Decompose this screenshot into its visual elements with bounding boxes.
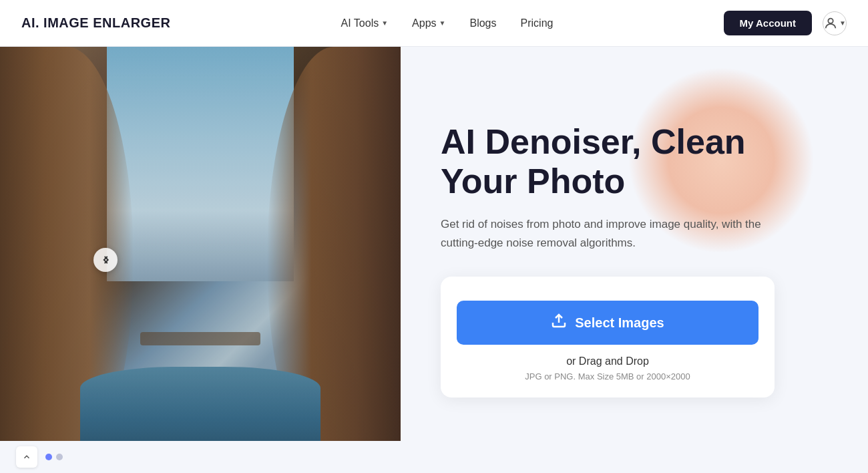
bottom-bar — [0, 441, 868, 473]
bridge-area — [140, 332, 260, 345]
upload-box: Select Images or Drag and Drop JPG or PN… — [441, 277, 775, 398]
dot-2 — [56, 454, 63, 460]
chevron-down-icon: ▼ — [439, 19, 446, 27]
file-info-label: JPG or PNG. Max Size 5MB or 2000×2000 — [457, 371, 758, 381]
nav-item-blogs[interactable]: Blogs — [469, 17, 496, 29]
nav-item-pricing[interactable]: Pricing — [521, 17, 554, 29]
upload-icon — [551, 313, 567, 333]
chevron-down-icon: ▼ — [381, 19, 388, 27]
nav-item-ai-tools[interactable]: AI Tools ▼ — [341, 17, 389, 29]
hero-image-side — [0, 47, 401, 473]
dot-1 — [45, 454, 52, 460]
logo: AI. IMAGE ENLARGER — [21, 15, 170, 31]
header: AI. IMAGE ENLARGER AI Tools ▼ Apps ▼ Blo… — [0, 0, 868, 47]
nav-item-apps[interactable]: Apps ▼ — [412, 17, 445, 29]
hero-title: AI Denoiser, Clean Your Photo — [441, 122, 828, 202]
hero-description: Get rid of noises from photo and improve… — [441, 215, 761, 253]
scroll-up-button[interactable] — [16, 446, 37, 468]
sky-area — [107, 47, 294, 281]
my-account-button[interactable]: My Account — [724, 11, 812, 35]
svg-point-0 — [828, 18, 833, 23]
dot-indicator — [45, 454, 63, 460]
main-content: AI Denoiser, Clean Your Photo Get rid of… — [0, 47, 868, 473]
content-side: AI Denoiser, Clean Your Photo Get rid of… — [401, 47, 868, 473]
user-avatar-icon[interactable]: ▼ — [823, 11, 847, 35]
select-images-button[interactable]: Select Images — [457, 301, 758, 345]
nav: AI Tools ▼ Apps ▼ Blogs Pricing — [341, 17, 554, 29]
drag-drop-label: or Drag and Drop — [457, 355, 758, 367]
image-slider-control[interactable] — [93, 248, 118, 272]
hero-image — [0, 47, 401, 473]
nav-right: My Account ▼ — [724, 11, 847, 35]
content-inner: AI Denoiser, Clean Your Photo Get rid of… — [441, 122, 828, 398]
